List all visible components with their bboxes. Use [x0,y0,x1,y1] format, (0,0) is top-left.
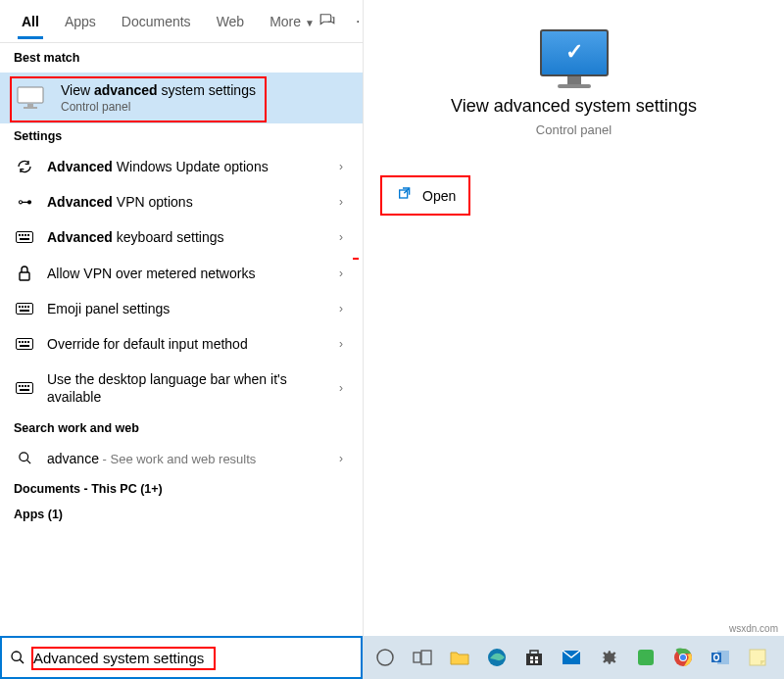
best-match-result[interactable]: View advanced system settings Control pa… [0,73,363,123]
taskbar-taskview-icon[interactable] [408,643,437,672]
svg-line-32 [20,659,24,663]
best-match-heading: Best match [0,43,363,73]
feedback-icon[interactable] [318,11,336,32]
keyboard-icon [14,231,35,243]
settings-item-label: Advanced VPN options [47,193,321,211]
search-input[interactable]: Advanced system settings [0,636,363,679]
tab-apps[interactable]: Apps [61,4,100,39]
preview-subtitle: Control panel [383,122,764,137]
open-button[interactable]: Open [381,176,469,215]
settings-item-vpn[interactable]: ⊶ Advanced VPN options › [0,184,363,219]
svg-rect-26 [27,385,29,387]
settings-item-langbar[interactable]: Use the desktop language bar when it's a… [0,362,363,414]
top-tabs: All Apps Documents Web More▼ ··· [0,0,363,43]
svg-rect-10 [17,303,33,314]
settings-item-update[interactable]: Advanced Windows Update options › [0,149,363,184]
svg-rect-12 [22,306,24,308]
svg-rect-11 [19,306,21,308]
preview-title: View advanced system settings [383,96,764,117]
settings-heading: Settings [0,123,363,149]
taskbar-mail-icon[interactable] [557,643,586,672]
svg-rect-7 [27,234,29,236]
taskbar-explorer-icon[interactable] [445,643,474,672]
search-icon [10,650,25,665]
web-search-label: advance - See work and web results [47,450,321,468]
svg-rect-39 [535,656,538,659]
svg-rect-8 [20,238,29,240]
chevron-right-icon: › [333,195,349,209]
tab-more[interactable]: More▼ [266,4,318,39]
svg-rect-20 [27,341,29,343]
svg-rect-37 [526,654,542,665]
svg-rect-17 [19,341,21,343]
chevron-right-icon: › [333,337,349,351]
svg-rect-6 [24,234,26,236]
monitor-icon [14,84,49,112]
svg-rect-2 [24,107,37,109]
web-search-item[interactable]: advance - See work and web results › [0,441,363,477]
documents-heading[interactable]: Documents - This PC (1+) [0,476,363,502]
chevron-right-icon: › [333,381,349,395]
svg-line-29 [26,461,30,464]
svg-point-33 [377,650,393,665]
settings-item-label: Advanced keyboard settings [47,228,321,246]
settings-item-vpn-metered[interactable]: Allow VPN over metered networks › [0,256,363,291]
taskbar-chrome-icon[interactable] [668,643,698,672]
settings-item-label: Override for default input method [47,335,321,353]
svg-rect-13 [24,306,26,308]
taskbar-outlook-icon[interactable] [706,643,735,672]
svg-rect-18 [22,341,24,343]
svg-rect-38 [530,656,533,659]
svg-point-31 [12,652,21,660]
apps-heading[interactable]: Apps (1) [0,502,363,527]
taskbar-greenapp-icon[interactable] [631,643,661,672]
keyboard-icon [14,303,35,315]
keyboard-icon [14,382,35,394]
search-text: Advanced system settings [33,650,204,666]
open-icon [397,186,413,205]
svg-rect-3 [17,232,33,243]
search-icon [14,451,35,465]
lock-icon [14,266,35,281]
svg-rect-23 [19,385,21,387]
svg-rect-21 [20,345,29,347]
svg-rect-34 [414,653,420,662]
svg-rect-22 [17,383,33,394]
svg-rect-40 [530,660,533,663]
annotation-tick [353,258,359,260]
svg-point-28 [19,453,27,461]
svg-rect-43 [638,650,654,665]
settings-item-input-override[interactable]: Override for default input method › [0,326,363,362]
svg-point-46 [680,655,686,660]
settings-item-label: Allow VPN over metered networks [47,265,321,282]
tab-documents[interactable]: Documents [118,4,195,39]
settings-item-label: Emoji panel settings [47,300,321,317]
taskbar-edge-icon[interactable] [482,643,512,672]
taskbar-settings-icon[interactable] [594,643,623,672]
settings-item-keyboard[interactable]: Advanced keyboard settings › [0,219,363,255]
svg-rect-1 [27,104,33,107]
vpn-icon: ⊶ [14,193,35,211]
svg-rect-4 [19,234,21,236]
svg-rect-50 [750,650,765,665]
chevron-right-icon: › [333,302,349,315]
chevron-right-icon: › [333,160,349,173]
taskbar-sticky-icon[interactable] [743,643,772,672]
chevron-right-icon: › [333,452,349,465]
svg-rect-5 [22,234,24,236]
best-match-subtitle: Control panel [61,100,256,114]
search-bar: Advanced system settings [0,636,784,679]
taskbar-store-icon[interactable] [519,643,549,672]
chevron-right-icon: › [333,230,349,244]
keyboard-icon [14,338,35,350]
tab-all[interactable]: All [18,4,43,39]
open-label: Open [422,188,456,204]
svg-rect-35 [421,651,431,664]
settings-item-emoji[interactable]: Emoji panel settings › [0,291,363,326]
taskbar-cortana-icon[interactable] [370,643,400,672]
svg-rect-27 [20,389,29,391]
tab-web[interactable]: Web [213,4,249,39]
svg-rect-14 [27,306,29,308]
settings-item-label: Use the desktop language bar when it's a… [47,370,321,406]
chevron-right-icon: › [333,267,349,280]
